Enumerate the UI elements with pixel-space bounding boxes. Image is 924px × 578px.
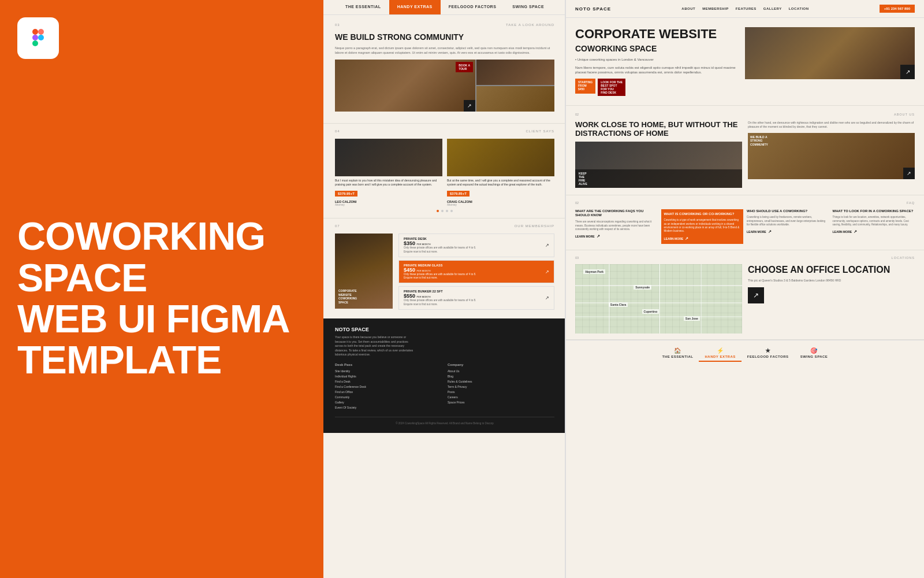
plan3-desc: Only these private offices are with avai… <box>404 299 485 306</box>
footer-link-spaces[interactable]: Space Prices <box>448 401 554 404</box>
about-layout: WORK CLOSE TO HOME, BUT WITHOUT THE DIST… <box>575 121 915 188</box>
footer-link-findconf[interactable]: Find a Conference Desk <box>335 385 442 388</box>
membership-section: 07 OUR MEMBERSHIP CORPORATEWEBSITECOWORK… <box>323 218 566 318</box>
client-quote-2: But at the same time, and I will give yo… <box>447 179 554 187</box>
membership-plans: PRIVATE DESK $350 PER MONTH Only these p… <box>398 234 554 313</box>
faq-item-2: WHAT IS COWORKING OR CO-WORKING? Coworki… <box>661 209 744 244</box>
handy-icon: ⚡ <box>705 347 735 354</box>
about-body: On the other hand, we denounce with righ… <box>748 121 915 129</box>
learn-more-2[interactable]: LEARN MORE ↗ <box>664 236 741 241</box>
bottom-nav-essential[interactable]: 🏠 THE ESSENTIAL <box>657 345 699 362</box>
about-image2-wrap: WE BUILD ASTRONGCOMMUNITY ↗ <box>748 133 915 179</box>
plan2-price: $450 PER MONTH <box>404 267 485 273</box>
footer-link-events[interactable]: Event Of Society <box>335 406 442 409</box>
footer-link-posts[interactable]: Posts <box>448 390 554 394</box>
membership-image: CORPORATEWEBSITECOWORKINGSPACE <box>335 234 393 309</box>
footer-tagline: Your space is there because you believe … <box>335 335 416 357</box>
faq-title-3: WHO SHOULD USE A COWORKING? <box>747 209 829 214</box>
footer-link-gallery[interactable]: Gallery <box>335 401 442 404</box>
locations-section: 03 LOCATIONS Hayman Park Sunnyvale Santa… <box>566 250 924 340</box>
learn-more-1[interactable]: LEARN MORE ↗ <box>575 234 658 239</box>
book-button[interactable]: BOOK ATOUR <box>456 62 473 72</box>
plan-3: PRIVATE BUNKER 22 SFT $550 PER MONTH Onl… <box>398 286 554 310</box>
nav-item-essential[interactable]: THE ESSENTIAL <box>337 0 389 14</box>
arrow-button[interactable]: ↗ <box>464 100 475 112</box>
footer-col1: Desk Pass Site Identity Individual Right… <box>335 363 442 411</box>
footer-link-blog[interactable]: Blog <box>448 375 554 378</box>
nav-item-handy[interactable]: HANDY EXTRAS <box>389 0 441 14</box>
dot-3[interactable] <box>446 210 448 212</box>
dot-1[interactable] <box>437 210 439 212</box>
faq-body-1: There are several misconceptions regardi… <box>575 220 658 231</box>
locations-num: 03 <box>575 256 579 260</box>
learn-more-4[interactable]: LEARN MORE ↗ <box>833 229 915 234</box>
footer-link-finddesk[interactable]: Find a Desk <box>335 380 442 383</box>
nav-membership[interactable]: MEMBERSHIP <box>702 7 729 10</box>
hero-title: CORPORATE WEBSITE <box>575 27 745 41</box>
right-cta-button[interactable]: +91 234 567 890 <box>880 5 915 13</box>
client-card-2: But at the same time, and I will give yo… <box>447 139 554 206</box>
hero-line4: TEMPLATE <box>17 339 306 380</box>
hero-subtext: • Unique coworking spaces in London & Va… <box>575 57 745 62</box>
bottom-nav-handy[interactable]: ⚡ HANDY EXTRAS <box>699 345 741 362</box>
section7-num: 07 <box>335 224 340 228</box>
learn-arrow-4: ↗ <box>854 229 857 234</box>
about-img-overlay: KEEPTHEFIREALIVE <box>575 169 742 188</box>
community-section: 03 TAKE A LOOK AROUND WE BUILD STRONG CO… <box>323 15 566 123</box>
locations-layout: Hayman Park Sunnyvale Santa Clara Cupert… <box>575 264 915 334</box>
faq-title-2: WHAT IS COWORKING OR CO-WORKING? <box>664 212 741 217</box>
footer-col1-title: Desk Pass <box>335 363 442 366</box>
hero-orange-box: STARTINGFROM$450 <box>575 79 595 94</box>
nav-about[interactable]: ABOUT <box>681 7 695 10</box>
section4-label: CLIENT SAYS <box>526 129 554 133</box>
footer-link-rules[interactable]: Rules & Guidelines <box>448 380 554 383</box>
learn-more-3[interactable]: LEARN MORE ↗ <box>747 229 829 234</box>
svg-rect-1 <box>38 29 44 35</box>
hero-text: COWORKING SPACE WEB UI FIGMA TEMPLATE <box>17 216 306 381</box>
location-arrow-button[interactable]: ↗ <box>748 287 764 303</box>
hero-line1: COWORKING <box>17 216 306 257</box>
client-rating-1: $379.95+T <box>335 191 357 197</box>
nav-gallery[interactable]: GALLERY <box>763 7 782 10</box>
hero-image-col: ↗ <box>745 27 915 96</box>
nav-item-feelgood[interactable]: FEELGOOD FACTORS <box>441 0 505 14</box>
right-nav: NOTO SPACE ABOUT MEMBERSHIP FEATURES GAL… <box>566 0 924 18</box>
nav-item-swing[interactable]: SWING SPACE <box>504 0 552 14</box>
footer-link-site[interactable]: Site Identity <box>335 369 442 373</box>
map-label-sanjose: San Jose <box>684 316 700 321</box>
membership-img-label: CORPORATEWEBSITECOWORKINGSPACE <box>338 289 357 304</box>
map-label-hayman: Hayman Park <box>583 269 605 274</box>
map-road-v3 <box>701 264 702 334</box>
membership-layout: CORPORATEWEBSITECOWORKINGSPACE PRIVATE D… <box>335 234 554 313</box>
client-role-1: Attorney <box>335 203 442 206</box>
map-label-sunnyvale: Sunnyvale <box>634 285 651 290</box>
client-grid: But I must explain to you how all this m… <box>335 139 554 206</box>
plan1-arrow[interactable]: ↗ <box>545 243 549 248</box>
section3-num: 03 <box>335 23 340 27</box>
client-card-1: But I must explain to you how all this m… <box>335 139 442 206</box>
plan3-price: $550 PER MONTH <box>404 293 485 299</box>
footer-link-community[interactable]: Community <box>335 395 442 399</box>
swing-icon: 🎯 <box>800 347 828 354</box>
nav-features[interactable]: FEATURES <box>736 7 757 10</box>
plan3-arrow[interactable]: ↗ <box>545 295 549 301</box>
hero-image-arrow: ↗ <box>900 65 915 79</box>
faq-item-1: WHAT ARE THE COWORKING FAQS YOU SHOULD K… <box>575 209 658 244</box>
bottom-nav-feelgood[interactable]: ★ FEELGOOD FACTORS <box>742 345 795 362</box>
footer-link-findoffice[interactable]: Find an Office <box>335 390 442 394</box>
right-logo: NOTO SPACE <box>575 6 611 12</box>
dot-4[interactable] <box>450 210 453 212</box>
plan2-arrow[interactable]: ↗ <box>545 269 549 275</box>
learn-arrow-1: ↗ <box>597 234 600 239</box>
footer-link-careers[interactable]: Careers <box>448 395 554 399</box>
footer-link-terms[interactable]: Term & Privacy <box>448 385 554 388</box>
dot-2[interactable] <box>441 210 444 212</box>
hero-text-col: CORPORATE WEBSITE COWORKING SPACE • Uniq… <box>575 27 745 96</box>
right-nav-links: ABOUT MEMBERSHIP FEATURES GALLERY LOCATI… <box>681 7 808 10</box>
nav-location[interactable]: LOCATION <box>789 7 809 10</box>
bottom-nav-swing[interactable]: 🎯 SWING SPACE <box>795 345 834 362</box>
footer-link-about[interactable]: About Us <box>448 369 554 373</box>
footer-link-individual[interactable]: Individual Rights <box>335 375 442 378</box>
learn-arrow-2: ↗ <box>685 236 688 241</box>
about-img2-label: WE BUILD ASTRONGCOMMUNITY <box>750 135 768 147</box>
